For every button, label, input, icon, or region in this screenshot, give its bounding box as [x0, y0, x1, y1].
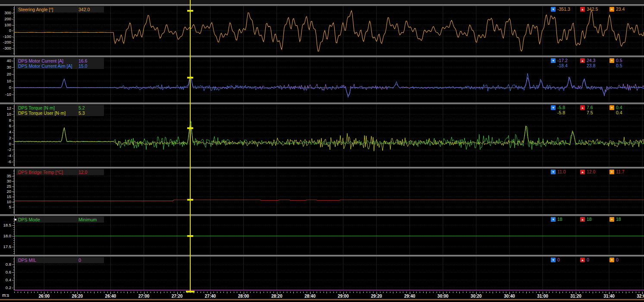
- x-tick-label: 28:40: [301, 294, 320, 299]
- y-tick: [13, 118, 14, 118]
- x-tick: [446, 292, 447, 293]
- y-tick: [13, 165, 14, 166]
- dps-bridge-temp-plot[interactable]: [14, 169, 644, 214]
- y-axis: 0.80.60.40.2: [0, 257, 15, 290]
- telemetry-logger-app: 3002001000-100-200-300 Steering Angle [°…: [0, 0, 644, 302]
- x-tick: [107, 292, 108, 293]
- stat-min: -351.3: [557, 6, 570, 12]
- y-tick: [13, 198, 14, 198]
- dps-motor-current-plot[interactable]: [14, 57, 644, 102]
- y-tick: [13, 230, 14, 230]
- x-tick: [257, 292, 257, 293]
- signal-stats: ▼18 ▲18 ✦18: [551, 217, 641, 222]
- y-tick: [12, 288, 14, 288]
- y-tick: [13, 92, 14, 92]
- y-tick: [12, 144, 14, 145]
- x-tick: [164, 292, 164, 293]
- x-tick: [499, 292, 500, 293]
- signal-legend[interactable]: DPS ModeMinimum: [16, 217, 104, 223]
- y-tick: [13, 189, 14, 190]
- signal-legend[interactable]: DPS Motor Current [A]16.6 DPS Motor Curr…: [16, 58, 104, 69]
- x-tick: [327, 292, 327, 293]
- x-tick: [91, 292, 91, 293]
- dps-mil-plot[interactable]: [14, 257, 644, 290]
- panel-steering-angle: 3002001000-100-200-300 Steering Angle [°…: [0, 6, 644, 55]
- x-tick-label: 30:20: [467, 294, 486, 299]
- x-tick: [593, 292, 593, 293]
- y-tick: [13, 194, 14, 194]
- y-tick: [12, 48, 14, 49]
- x-tick: [160, 292, 161, 293]
- y-tick: [13, 77, 14, 77]
- y-tick: [13, 212, 14, 213]
- y-tick: [13, 22, 14, 23]
- y-tick: [12, 138, 14, 138]
- x-tick: [61, 292, 61, 293]
- dps-mode-plot[interactable]: [14, 216, 644, 255]
- y-tick: [13, 133, 14, 134]
- y-tick: [13, 277, 14, 277]
- signal-legend[interactable]: DPS MIL0: [16, 257, 104, 263]
- x-tick: [493, 292, 493, 293]
- window-bottom-border: [0, 299, 644, 300]
- x-tick: [529, 292, 530, 293]
- x-tick: [572, 292, 573, 293]
- x-tick: [81, 292, 81, 293]
- x-tick: [300, 292, 301, 293]
- y-tick: [12, 37, 14, 37]
- x-tick: [287, 292, 287, 293]
- signal-label: DPS Motor Current [A]: [18, 58, 63, 63]
- signal-legend[interactable]: DPS Torque [N·m]5.2 DPS Torque User [N·m…: [16, 105, 104, 116]
- y-tick-label: 5: [9, 205, 11, 209]
- x-tick: [596, 292, 596, 293]
- y-tick: [13, 172, 14, 172]
- stat-min: -5.8: [557, 110, 565, 115]
- x-tick-label: 26:00: [35, 294, 53, 299]
- x-tick: [386, 292, 387, 293]
- x-tick: [94, 292, 94, 293]
- y-tick: [13, 62, 14, 63]
- y-tick: [13, 130, 14, 130]
- y-tick: [13, 238, 14, 239]
- time-cursor[interactable]: [190, 0, 191, 292]
- x-tick: [566, 292, 566, 293]
- time-axis[interactable]: m:s 26:0026:2026:4027:0027:2027:4028:002…: [0, 290, 644, 299]
- x-tick: [437, 292, 437, 293]
- x-tick-label: 29:40: [400, 294, 419, 299]
- max-icon: ▲: [580, 258, 585, 262]
- y-tick: [13, 139, 14, 140]
- x-tick: [523, 292, 523, 293]
- x-tick: [606, 292, 606, 293]
- y-tick: [12, 67, 14, 68]
- avg-icon: ✦: [609, 170, 614, 174]
- y-tick: [13, 145, 14, 145]
- x-tick-label: 31:40: [600, 294, 619, 299]
- y-tick: [12, 236, 14, 236]
- x-tick: [227, 292, 227, 293]
- time-cursor-flag[interactable]: [186, 291, 195, 293]
- signal-legend[interactable]: Steering Angle [°]342.0: [16, 6, 104, 13]
- avg-icon: ✦: [609, 217, 614, 222]
- signal-label: DPS Torque User [N·m]: [18, 110, 66, 116]
- max-icon: ▲: [580, 7, 585, 12]
- x-tick: [260, 292, 261, 293]
- dps-torque-plot[interactable]: [14, 104, 644, 167]
- y-tick-label: 6: [9, 124, 11, 128]
- y-tick: [13, 261, 14, 262]
- y-tick: [13, 125, 14, 126]
- y-tick: [12, 264, 14, 265]
- y-tick: [12, 42, 14, 43]
- y-tick: [13, 33, 14, 34]
- y-tick: [13, 253, 14, 254]
- steering-angle-plot[interactable]: [14, 6, 644, 55]
- signal-label: DPS MIL: [18, 258, 36, 263]
- y-tick: [12, 156, 14, 156]
- y-tick: [13, 274, 14, 274]
- y-tick: [13, 60, 14, 60]
- x-tick: [589, 292, 590, 293]
- signal-legend[interactable]: DPS Bridge Temp [°C]12.0: [16, 169, 104, 175]
- x-tick: [317, 292, 317, 293]
- x-tick: [420, 292, 420, 293]
- y-tick: [13, 148, 14, 148]
- y-tick-label: 10: [6, 79, 11, 83]
